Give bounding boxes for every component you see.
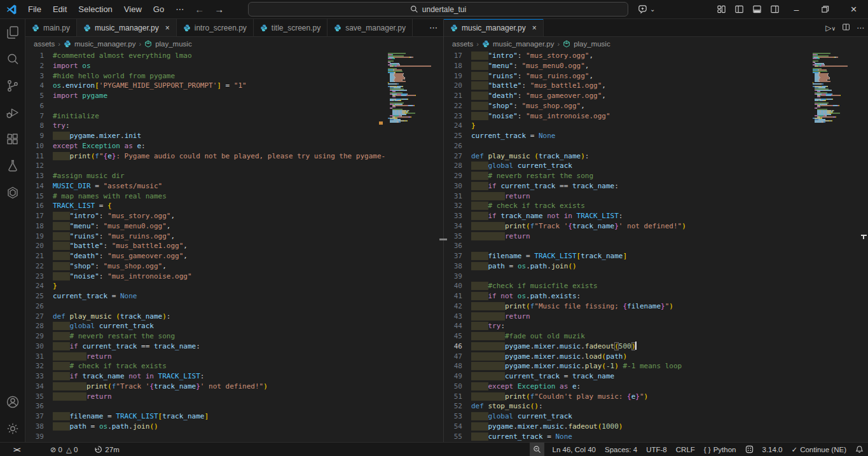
line-number[interactable]: 27 xyxy=(25,312,53,322)
code-line[interactable]: 54 pygame.mixer.music.fadeout(1000) xyxy=(444,422,868,432)
line-number[interactable]: 38 xyxy=(25,422,53,432)
line-number[interactable]: 36 xyxy=(444,241,471,251)
code-line[interactable]: 22 "shop": "mus_shop.ogg", xyxy=(444,101,868,111)
status-python[interactable]: { }Python xyxy=(699,443,741,456)
line-number[interactable]: 37 xyxy=(25,411,53,422)
code-line[interactable]: 37 filename = TRACK_LIST[track_name] xyxy=(444,251,868,261)
tab-main.py[interactable]: main.py xyxy=(25,19,77,36)
breadcrumb-item[interactable]: music_manager.py xyxy=(74,40,136,48)
line-number[interactable]: 12 xyxy=(25,161,53,171)
line-number[interactable]: 28 xyxy=(444,161,471,171)
status-spaces-4[interactable]: Spaces: 4 xyxy=(600,443,642,456)
line-number[interactable]: 26 xyxy=(25,301,53,312)
code-line[interactable]: 48 pygame.mixer.music.play(-1) #-1 means… xyxy=(444,361,868,371)
status-grid[interactable] xyxy=(741,443,758,456)
code-line[interactable]: 10except Exception as e: xyxy=(25,141,443,151)
code-line[interactable]: 22 "shop": "mus_shop.ogg", xyxy=(25,261,443,272)
code-line[interactable]: 37 filename = TRACK_LIST[track_name] xyxy=(25,411,443,422)
line-number[interactable]: 40 xyxy=(444,281,471,291)
line-number[interactable]: 44 xyxy=(444,321,471,331)
editor-more-actions-button[interactable]: ⋯ xyxy=(857,24,864,32)
line-number[interactable]: 19 xyxy=(444,71,471,81)
line-number[interactable]: 18 xyxy=(25,221,53,231)
code-line[interactable]: 53 global current_track xyxy=(444,411,868,422)
status-continue-ne-[interactable]: ✓Continue (NE) xyxy=(787,443,851,456)
code-line[interactable]: 20 "battle": "mus_battle1.ogg", xyxy=(25,241,443,251)
code-line[interactable]: 40 #check if musicfile exists xyxy=(444,281,868,291)
code-line[interactable]: 35 return xyxy=(25,392,443,402)
code-line[interactable]: 5import pygame xyxy=(25,91,443,101)
close-window-button[interactable]: × xyxy=(839,0,868,18)
line-number[interactable]: 14 xyxy=(25,181,53,191)
code-line[interactable]: 29 # neverb restart the song xyxy=(444,171,868,181)
code-line[interactable]: 13#assign music dir xyxy=(25,171,443,181)
breadcrumbs-right[interactable]: assets›music_manager.py›play_music xyxy=(444,37,868,51)
tab-save_manager.py[interactable]: save_manager.py xyxy=(327,19,413,36)
menu-selection[interactable]: Selection xyxy=(72,0,118,18)
line-number[interactable]: 7 xyxy=(25,111,53,121)
activitybar-run-debug[interactable] xyxy=(0,99,25,126)
line-number[interactable]: 25 xyxy=(25,291,53,301)
minimap-right[interactable] xyxy=(813,51,848,442)
code-line[interactable]: 29 # neverb restart the song xyxy=(25,331,443,342)
line-number[interactable]: 18 xyxy=(444,61,471,71)
code-line[interactable]: 35 return xyxy=(444,231,868,242)
restore-button[interactable] xyxy=(811,0,839,18)
code-line[interactable]: 32 # check if track exists xyxy=(444,201,868,211)
sash-grip[interactable] xyxy=(439,238,447,240)
line-number[interactable]: 22 xyxy=(444,101,471,111)
code-line[interactable]: 50 except Exception as e: xyxy=(444,382,868,392)
tab-music_manager.py[interactable]: music_manager.py× xyxy=(77,19,177,36)
code-line[interactable]: 32 # check if track exists xyxy=(25,361,443,371)
line-number[interactable]: 4 xyxy=(25,81,53,91)
line-number[interactable]: 9 xyxy=(25,131,53,141)
line-number[interactable]: 47 xyxy=(444,352,471,362)
line-number[interactable]: 34 xyxy=(25,382,53,392)
line-number[interactable]: 24 xyxy=(444,121,471,131)
line-number[interactable]: 2 xyxy=(25,61,53,71)
breadcrumbs-left[interactable]: assets›music_manager.py›play_music xyxy=(25,37,443,51)
code-line[interactable]: 25current_track = None xyxy=(444,131,868,141)
line-number[interactable]: 17 xyxy=(444,51,471,61)
breadcrumb-item[interactable]: assets xyxy=(452,40,473,48)
menu-edit[interactable]: Edit xyxy=(47,0,72,18)
time-tracker-status[interactable]: 27m xyxy=(90,443,123,456)
code-line[interactable]: 24} xyxy=(444,121,868,131)
line-number[interactable]: 35 xyxy=(25,392,53,402)
line-number[interactable]: 16 xyxy=(25,201,53,211)
problems-status[interactable]: ⊘0 △0 xyxy=(46,443,83,456)
status-ln-46-col-40[interactable]: Ln 46, Col 40 xyxy=(548,443,600,456)
code-line[interactable]: 26 xyxy=(444,141,868,151)
code-line[interactable]: 55 current_track = None xyxy=(444,432,868,442)
line-number[interactable]: 20 xyxy=(25,241,53,251)
code-line[interactable]: 3#hide hello world from pygame xyxy=(25,71,443,81)
code-line[interactable]: 24} xyxy=(25,281,443,291)
code-line[interactable]: 52def stop_music(): xyxy=(444,401,868,411)
code-line[interactable]: 30 if current_track == track_name: xyxy=(444,181,868,191)
line-number[interactable]: 43 xyxy=(444,312,471,322)
code-line[interactable]: 17 "intro": "mus_story.ogg", xyxy=(444,51,868,61)
line-number[interactable]: 29 xyxy=(444,171,471,181)
line-number[interactable]: 52 xyxy=(444,401,471,411)
editor-right[interactable]: 17 "intro": "mus_story.ogg",18 "menu": "… xyxy=(444,51,868,442)
toggle-primary-sidebar-icon[interactable] xyxy=(730,0,748,18)
minimap-left[interactable] xyxy=(388,51,439,442)
activitybar-settings[interactable] xyxy=(0,415,25,442)
code-line[interactable]: 31 return xyxy=(444,191,868,202)
tab-music_manager.py[interactable]: music_manager.py× xyxy=(444,19,544,36)
code-line[interactable]: 33 if track_name not in TRACK_LIST: xyxy=(25,371,443,382)
code-line[interactable]: 23 "noise": "mus_intronoise.ogg" xyxy=(25,272,443,282)
tab-title_screen.py[interactable]: title_screen.py xyxy=(254,19,327,36)
code-line[interactable]: 9 pygame.mixer.init xyxy=(25,131,443,141)
line-number[interactable]: 31 xyxy=(25,352,53,362)
code-line[interactable]: 49 current_track = track_name xyxy=(444,371,868,382)
line-number[interactable]: 51 xyxy=(444,392,471,402)
status-crlf[interactable]: CRLF xyxy=(672,443,699,456)
tab-overflow-button[interactable]: ⋯ xyxy=(429,19,438,36)
nav-back-button[interactable]: ← xyxy=(189,4,209,15)
code-line[interactable]: 14MUSIC_DIR = "assets/music" xyxy=(25,181,443,191)
line-number[interactable]: 10 xyxy=(25,141,53,151)
code-line[interactable]: 21 "death": "mus_gameover.ogg", xyxy=(444,91,868,101)
menu-go[interactable]: Go xyxy=(148,0,170,18)
line-number[interactable]: 49 xyxy=(444,371,471,382)
